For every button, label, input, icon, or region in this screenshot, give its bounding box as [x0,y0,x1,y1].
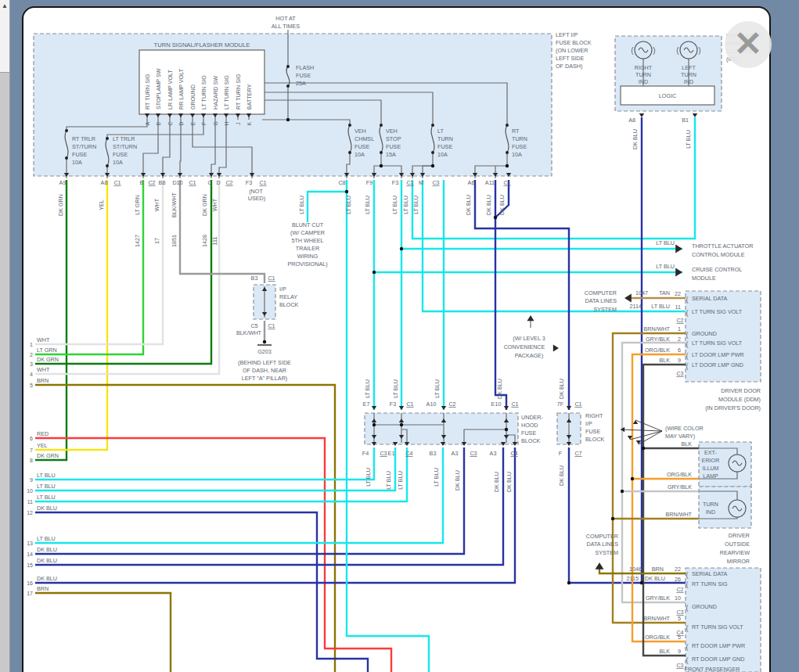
junction-dot [431,164,434,167]
diagram-label: LT BLU [685,130,692,149]
diagram-label: COMPUTER [585,289,617,296]
diagram-label: F [559,450,563,457]
underhood-fuse-block [365,413,518,444]
diagram-label: YEL [37,442,48,449]
diagram-label: (W/ LEVEL 3 [513,335,545,342]
diagram-label: A3 [452,450,459,457]
diagram-label: TURN SIGNAL/FLASHER MODULE [154,41,250,49]
diagram-label: 10A [113,159,123,166]
diagram-label: LT BLU [364,196,371,214]
diagram-label: DK BLU [496,379,503,399]
diagram-label: STOP [386,135,401,142]
diagram-label: RT DOOR LMP GND [692,656,745,663]
diagram-label: RR LAMP VOLT [178,68,185,110]
diagram-label: MODULE [692,275,716,282]
diagram-label: G203 [257,348,272,355]
diagram-label: SYSTEM [593,306,617,313]
diagram-label: DK BLU [558,465,565,486]
diagram-label: DK BLU [37,557,57,564]
diagram-label: LT TURN SIG VOLT [692,340,743,347]
diagram-label: LR LAMP VOLT [167,70,174,110]
diagram-label: ( [686,309,689,317]
diagram-label: 2 [678,336,681,343]
diagram-label: C1 [268,322,275,329]
diagram-label: ( [686,580,689,588]
diagram-label: LT BLU [397,471,404,490]
diagram-label: 5 [30,383,33,388]
diagram-label: ) [653,46,655,55]
diagram-label: CONVENIENCE [504,343,545,350]
diagram-label: TURN [512,135,527,142]
diagram-label: DRIVER DOOR [721,387,761,394]
diagram-label: 9 [678,357,681,364]
diagram-label: 10 [27,488,33,494]
diagram-label: C2 [676,317,683,324]
diagram-label: DATA LINES [585,297,617,304]
diagram-label: 15 [27,562,33,568]
scroll-up-icon[interactable]: ▲ [0,2,9,11]
diagram-label: A9 [59,179,67,186]
diagram-label: EXT- [704,449,718,456]
diagram-label: D [216,179,220,186]
arrow-icon [675,268,682,277]
diagram-label: 26 [675,576,681,583]
wire-dk-grn [35,180,67,460]
diagram-label: LT BLU [391,196,398,214]
fuse-icon [348,151,351,154]
diagram-label: SERIAL DATA [692,570,728,577]
diagram-label: C [207,179,211,186]
diagram-label: 22 [675,566,681,573]
diagram-label: 3 [30,361,33,367]
diagram-label: ORG/BLK [645,634,670,641]
diagram-label: BRN [37,585,49,592]
diagram-label: GROUND [692,603,717,610]
scrollbar-track[interactable]: ▲ [0,0,10,672]
junction-dot [631,477,634,480]
diagram-label: 11 [27,499,33,505]
diagram-label: C2 [225,179,232,186]
diagram-label: PACKAGE) [515,352,544,359]
diagram-label: 14 [27,552,33,557]
diagram-label: 2115 [627,575,639,582]
fuse-icon [431,124,434,127]
diagram-label: 7F [557,401,564,408]
diagram-label: C5 [250,322,257,329]
diagram-label: LT BLU [651,303,670,310]
diagram-label: ORG/BLK [667,471,692,478]
diagram-label: C1 [259,179,266,186]
fuse-icon [506,124,509,127]
fuse-icon [506,151,509,154]
diagram-label: DRIVER [729,532,750,539]
close-button[interactable]: ✕ [725,21,772,68]
diagram-label: RT TURN SIG [144,74,151,110]
diagram-label: I/P [279,286,286,293]
diagram-label: DK GRN [57,194,64,216]
diagram-label: WIRING [297,253,319,260]
arrow-icon [527,315,534,321]
diagram-label: 5TH WHEEL [291,237,323,244]
diagram-label: D10 [172,179,182,186]
diagram-label: 111 [211,237,218,246]
junction-dot [373,271,376,274]
diagram-label: DK BLU [558,379,565,399]
diagram-label: COMPUTER [586,533,618,540]
diagram-label: BLK [659,648,670,655]
wire-yel [35,180,107,450]
diagram-label: 10A [437,151,448,158]
diagram-label: ( [686,340,689,348]
diagram-label: I/P [585,420,592,427]
diagram-label: DK BLU [632,129,639,149]
diagram-label: DK BLU [37,546,57,553]
diagram-label: 16 [27,580,33,586]
diagram-label: RIGHT [635,64,653,71]
diagram-label: TAN [659,289,670,296]
junction-dot [567,581,570,584]
diagram-label: F3 [246,179,252,186]
diagram-label: C1 [406,401,413,408]
diagram-label: C1 [189,179,196,186]
diagram-label: ( [686,656,689,664]
arrow-icon [567,406,571,410]
wire-red [35,438,391,672]
diagram-label: GRY/BLK [668,483,692,491]
diagram-label: (ON LOWER [556,47,588,54]
